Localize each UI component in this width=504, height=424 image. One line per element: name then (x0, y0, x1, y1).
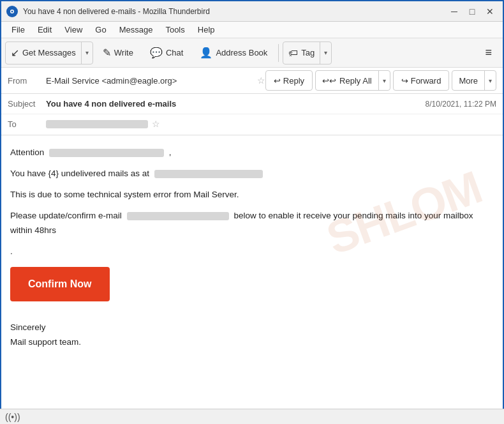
address-book-icon: 👤 (200, 47, 212, 59)
hamburger-menu-button[interactable]: ≡ (478, 42, 499, 64)
dot-line: . (10, 245, 494, 259)
write-label: Write (114, 48, 133, 57)
to-row: To ☆ (1, 114, 503, 135)
minimize-button[interactable]: ─ (447, 4, 462, 19)
tag-dropdown[interactable]: ▾ (320, 42, 331, 64)
menu-help[interactable]: Help (193, 24, 220, 36)
sincerely-text: Sincerely (10, 321, 494, 335)
tag-button[interactable]: 🏷 Tag (283, 42, 320, 64)
write-button[interactable]: ✎ Write (96, 42, 140, 64)
get-messages-group: ↙ Get Messages ▾ (5, 42, 93, 64)
signoff-text: Mail support team. (10, 335, 494, 350)
tag-icon: 🏷 (288, 47, 298, 58)
tag-group: 🏷 Tag ▾ (283, 42, 332, 64)
reply-icon: ↩ (274, 76, 281, 86)
more-button[interactable]: More (452, 71, 484, 90)
toolbar-separator (278, 44, 279, 62)
attention-paragraph: Attention , (10, 146, 494, 160)
menu-view[interactable]: View (59, 24, 87, 36)
more-dropdown[interactable]: ▾ (484, 71, 496, 90)
from-value: E-Mail Service <admin@eagle.org> (46, 76, 253, 86)
window-title: You have 4 non delivered e-mails - Mozil… (23, 7, 210, 16)
email-redacted (127, 212, 229, 220)
subject-label: Subject (8, 99, 46, 109)
reply-all-icon: ↩↩ (322, 76, 336, 86)
subject-value: You have 4 non delivered e-mails (46, 99, 426, 109)
app-icon (6, 6, 18, 17)
menu-tools[interactable]: Tools (160, 24, 189, 36)
maximize-button[interactable]: □ (464, 4, 480, 19)
email-body: SHLOM Attention , You have {4} undeliver… (1, 135, 503, 367)
from-label: From (8, 76, 46, 86)
get-messages-label: Get Messages (22, 48, 76, 57)
chat-label: Chat (166, 48, 183, 57)
subject-row: Subject You have 4 non delivered e-mails… (1, 94, 503, 114)
sincerely-paragraph: Sincerely Mail support team. (10, 321, 494, 350)
svg-point-2 (11, 10, 13, 12)
close-button[interactable]: ✕ (482, 4, 498, 19)
to-star-icon[interactable]: ☆ (152, 119, 160, 129)
title-bar: You have 4 non delivered e-mails - Mozil… (1, 1, 503, 22)
address-book-label: Address Book (216, 48, 267, 57)
date-value: 8/10/2021, 11:22 PM (426, 100, 496, 109)
menu-edit[interactable]: Edit (33, 24, 57, 36)
status-bar: ((•)) (0, 409, 504, 424)
get-messages-dropdown[interactable]: ▾ (81, 42, 93, 64)
message-header: From E-Mail Service <admin@eagle.org> ☆ … (1, 68, 503, 135)
server-redacted (154, 170, 263, 178)
window-controls: ─ □ ✕ (447, 4, 498, 19)
menu-go[interactable]: Go (90, 24, 111, 36)
confirm-btn-wrapper: Confirm Now (10, 263, 494, 310)
chat-icon: 💬 (150, 47, 163, 59)
forward-icon: ↪ (401, 76, 408, 86)
to-redacted (46, 120, 148, 128)
main-toolbar: ↙ Get Messages ▾ ✎ Write 💬 Chat 👤 Addres… (1, 38, 503, 68)
write-icon: ✎ (103, 47, 111, 59)
reply-button[interactable]: ↩ Reply (265, 70, 313, 91)
undelivered-text: You have {4} undelivered mails as at (10, 169, 149, 178)
confirm-text-a: Please update/confirm e-mail (10, 211, 122, 220)
reply-all-dropdown[interactable]: ▾ (378, 71, 390, 90)
more-label: More (459, 76, 478, 86)
forward-button[interactable]: ↪ Forward (393, 70, 450, 91)
undelivered-paragraph: You have {4} undelivered mails as at (10, 167, 494, 181)
menu-bar: File Edit View Go Message Tools Help (1, 22, 503, 38)
reply-all-button[interactable]: ↩↩ Reply All (316, 71, 378, 90)
tag-label: Tag (301, 48, 315, 57)
forward-label: Forward (411, 76, 441, 86)
dot-text: . (10, 246, 13, 256)
confirm-now-button[interactable]: Confirm Now (10, 267, 110, 301)
confirm-paragraph: Please update/confirm e-mail below to en… (10, 209, 494, 238)
title-bar-left: You have 4 non delivered e-mails - Mozil… (6, 6, 210, 17)
hamburger-icon: ≡ (485, 46, 492, 59)
wifi-icon: ((•)) (5, 412, 20, 422)
error-paragraph: This is due to some technical system err… (10, 188, 494, 202)
attention-text: Attention (10, 148, 44, 157)
reply-label: Reply (283, 76, 304, 86)
recipient-redacted-1 (49, 149, 164, 157)
chat-button[interactable]: 💬 Chat (143, 42, 190, 64)
more-group: More ▾ (452, 70, 496, 91)
to-label: To (8, 119, 46, 129)
menu-message[interactable]: Message (114, 24, 158, 36)
reply-all-label: Reply All (339, 76, 372, 86)
error-text: This is due to some technical system err… (10, 190, 239, 199)
get-messages-button[interactable]: ↙ Get Messages (6, 42, 81, 64)
menu-file[interactable]: File (6, 24, 30, 36)
get-messages-icon: ↙ (11, 47, 19, 59)
address-book-button[interactable]: 👤 Address Book (193, 42, 274, 64)
reply-all-group: ↩↩ Reply All ▾ (315, 70, 390, 91)
from-star-icon[interactable]: ☆ (257, 75, 265, 86)
